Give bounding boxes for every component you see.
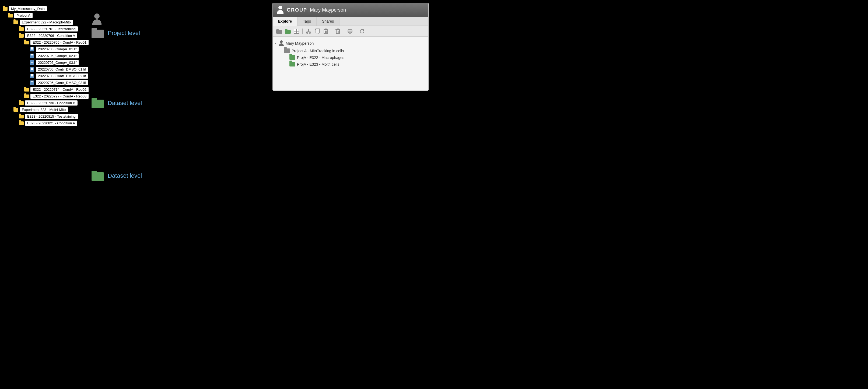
svg-rect-25 [325, 32, 327, 33]
expand-icon-3 [286, 56, 289, 60]
folder-gray-large-icon [92, 27, 104, 39]
refresh-button[interactable] [358, 28, 366, 35]
tree-node-label: E323 - 20220821 - Condition A [25, 121, 77, 126]
diagram-dataset-level-2: Dataset level [92, 170, 142, 182]
diagram-project-folder: Project level [92, 27, 140, 39]
tree-node-e323_0815[interactable]: E323 - 20220815 - Teststaining [19, 113, 148, 120]
folder-yellow-icon [13, 108, 18, 112]
right-tree: - Mary Mayperson - Project A - MitoTrack… [273, 37, 428, 91]
folder-yellow-icon [24, 95, 29, 98]
list-view-button[interactable] [293, 28, 300, 35]
separator-3 [344, 29, 344, 34]
file-blue-icon [30, 47, 34, 52]
tab-explore[interactable]: Explore [273, 17, 298, 26]
svg-rect-13 [294, 32, 296, 33]
ds2-label: ProjA - E323 - Molt4 cells [297, 62, 339, 66]
tree-node-label: E322 - 20220714 - CondA - Rep02 [30, 87, 89, 92]
project-a-label: Project A - MitoTracking in cells [291, 49, 344, 53]
folder-yellow-icon [8, 14, 13, 18]
expand-icon-4 [286, 62, 289, 66]
svg-rect-24 [325, 31, 327, 32]
file-blue-icon [30, 80, 34, 85]
folder-yellow-icon [19, 27, 24, 31]
folder-yellow-icon [19, 115, 24, 119]
tree-node-label: E322 - 20220706 - Condition A [25, 33, 77, 38]
separator-1 [302, 29, 303, 34]
tree-node-label: 20220706_CompA_03.lif [36, 60, 79, 65]
folder-green-icon-1 [289, 55, 296, 60]
separator-4 [356, 29, 356, 34]
file-blue-icon [30, 67, 34, 72]
tab-shares[interactable]: Shares [317, 17, 340, 26]
copy-button[interactable] [313, 28, 321, 35]
tree-node-file1[interactable]: 20220706_CompA_01.lif [30, 46, 148, 53]
tree-node-e322_0706b[interactable]: E322 - 20220706 - CondA - Rep01 [24, 39, 148, 46]
cut-button[interactable] [305, 28, 312, 35]
tree-node-label: E322 - 20220701 - Teststaining [25, 26, 78, 32]
group-header-name: Mary Mayperson [310, 7, 346, 13]
folder-yellow-icon [19, 34, 24, 38]
folder-gray-button[interactable] [275, 28, 283, 35]
tree-node-label: 20220706_Contr_DMSO_01.lif [36, 67, 88, 72]
expand-icon: - [275, 41, 278, 45]
tabs-bar: Explore Tags Shares [273, 17, 428, 26]
toolbar [273, 26, 428, 37]
tree-node-label: 20220706_Contr_DMSO_03.lif [36, 80, 88, 85]
dataset-level-label-2: Dataset level [108, 172, 142, 179]
tree-node-project-a[interactable]: - Project A - MitoTracking in cells [280, 47, 426, 54]
tree-node-e322_0714[interactable]: E322 - 20220714 - CondA - Rep02 [24, 86, 148, 93]
group-header: GROUP Mary Mayperson [273, 3, 428, 17]
folder-yellow-icon [19, 121, 24, 125]
tree-node-root[interactable]: My_Microscopy_Data [3, 5, 148, 12]
tree-node-label: 20220706_CompA_01.lif [36, 46, 79, 52]
tree-node-label: E322 - 20220730 - Condition B [25, 100, 78, 105]
tree-node-label: E322 - 20220727 - CondA - Rep03 [30, 94, 89, 99]
folder-green-large-icon-1 [92, 97, 104, 109]
delete-button[interactable] [334, 28, 342, 35]
tree-node-user[interactable]: - Mary Mayperson [275, 39, 426, 47]
folder-yellow-icon [19, 101, 24, 105]
tree-node-label: Experiment 323 - Molt4-Mito [20, 107, 68, 112]
group-header-title: GROUP [287, 7, 307, 13]
tree-node-file6[interactable]: 20220706_Contr_DMSO_03.lif [30, 79, 148, 86]
diagram-dataset-level-1: Dataset level [92, 97, 142, 109]
person-icon [277, 6, 284, 14]
folder-yellow-icon [13, 21, 18, 24]
svg-rect-1 [92, 28, 97, 32]
tree-node-file4[interactable]: 20220706_Contr_DMSO_01.lif [30, 66, 148, 73]
folder-yellow-icon [3, 7, 7, 11]
tree-node-label: E322 - 20220706 - CondA - Rep01 [30, 40, 89, 45]
paste-button[interactable] [322, 28, 330, 35]
tree-node-label: My_Microscopy_Data [9, 6, 47, 11]
dataset-level-label-1: Dataset level [108, 100, 142, 107]
project-level-label: Project level [108, 30, 140, 37]
tree-node-ds1[interactable]: ProjA - E322 - Macrophages [286, 54, 426, 61]
left-tree-panel: My_Microscopy_DataProject AExperiment 32… [0, 0, 151, 132]
folder-yellow-icon [24, 88, 29, 92]
svg-rect-7 [276, 29, 279, 31]
folder-green-large-icon-2 [92, 170, 104, 182]
tree-node-label: E323 - 20220815 - Teststaining [25, 114, 78, 119]
tree-node-ds2[interactable]: ProjA - E323 - Molt4 cells [286, 61, 426, 68]
tree-node-file2[interactable]: 20220706_CompA_02.lif [30, 53, 148, 59]
svg-rect-12 [297, 29, 299, 31]
file-blue-icon [30, 60, 34, 65]
group-panel: GROUP Mary Mayperson Explore Tags Shares [273, 3, 429, 91]
tab-tags[interactable]: Tags [298, 17, 317, 26]
globe-button[interactable] [346, 28, 354, 35]
tree-node-label: Experiment 322 - Macroph-Mito [20, 20, 73, 25]
user-label: Mary Mayperson [286, 41, 314, 45]
svg-rect-21 [316, 29, 319, 33]
svg-rect-5 [92, 171, 97, 174]
tree-node-file5[interactable]: 20220706_Contr_DMSO_02.lif [30, 73, 148, 79]
folder-green-button[interactable] [284, 28, 291, 35]
svg-rect-11 [294, 29, 296, 31]
tree-node-file3[interactable]: 20220706_CompA_03.lif [30, 59, 148, 66]
user-icon [279, 40, 284, 46]
tree-node-e323_0821[interactable]: E323 - 20220821 - Condition A [19, 120, 148, 127]
tree-node-label: 20220706_CompA_02.lif [36, 53, 79, 58]
file-blue-icon [30, 54, 34, 58]
tree-node-projA[interactable]: Project A [8, 12, 148, 19]
tree-node-exp322[interactable]: Experiment 322 - Macroph-Mito [13, 19, 148, 26]
ds1-label: ProjA - E322 - Macrophages [297, 56, 344, 60]
